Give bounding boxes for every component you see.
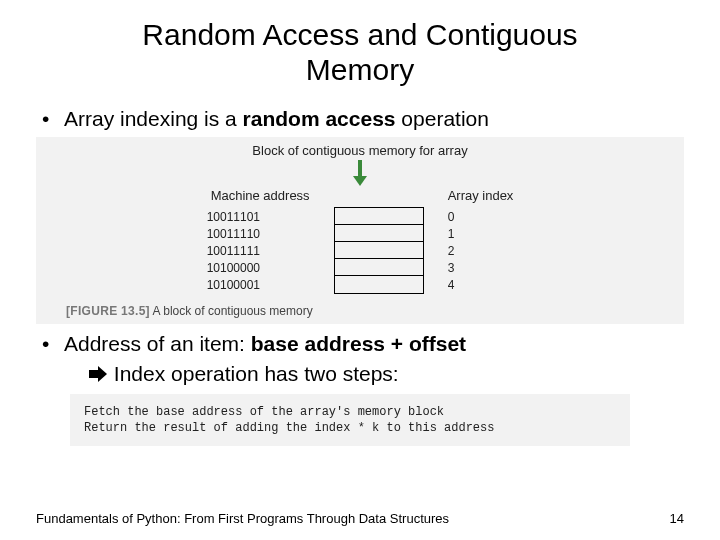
figure-body: Machine address 10011101 10011110 100111… <box>36 188 684 294</box>
figure-arrow-row <box>36 160 684 186</box>
idx-1: 1 <box>448 226 514 243</box>
bullet-2-pre: Address of an item: <box>64 332 251 355</box>
figure-13-5: Block of contiguous memory for array Mac… <box>36 137 684 324</box>
bullet-list-2: Address of an item: base address + offse… <box>36 332 684 356</box>
right-arrow-icon <box>88 365 108 383</box>
figure-top-label: Block of contiguous memory for array <box>36 143 684 158</box>
bullet-list: Array indexing is a random access operat… <box>36 107 684 131</box>
footer-page-number: 14 <box>670 511 684 526</box>
code-line-1: Fetch the base address of the array's me… <box>84 404 616 420</box>
footer-source: Fundamentals of Python: From First Progr… <box>36 511 449 526</box>
addr-list: 10011101 10011110 10011111 10100000 1010… <box>207 209 310 294</box>
idx-header: Array index <box>448 188 514 203</box>
idx-4: 4 <box>448 277 514 294</box>
title-line-2: Memory <box>306 53 414 86</box>
title-line-1: Random Access and Contiguous <box>142 18 577 51</box>
addr-4: 10100001 <box>207 277 310 294</box>
slide: Random Access and Contiguous Memory Arra… <box>0 0 720 540</box>
memory-cell <box>335 242 423 259</box>
machine-address-column: Machine address 10011101 10011110 100111… <box>207 188 310 294</box>
idx-0: 0 <box>448 209 514 226</box>
memory-block-column <box>334 188 424 294</box>
code-block: Fetch the base address of the array's me… <box>70 394 630 446</box>
slide-footer: Fundamentals of Python: From First Progr… <box>36 511 684 526</box>
bullet-1-bold: random access <box>243 107 396 130</box>
bullet-2: Address of an item: base address + offse… <box>36 332 684 356</box>
bullet-1: Array indexing is a random access operat… <box>36 107 684 131</box>
bullet-2-bold: base address + offset <box>251 332 466 355</box>
array-index-column: Array index 0 1 2 3 4 <box>448 188 514 294</box>
memory-cell <box>335 225 423 242</box>
idx-2: 2 <box>448 243 514 260</box>
addr-3: 10100000 <box>207 260 310 277</box>
memory-cell <box>335 276 423 293</box>
sub-bullet-text: Index operation has two steps: <box>108 362 399 385</box>
figure-caption-tag: [FIGURE 13.5] <box>66 304 150 318</box>
memory-cell <box>335 208 423 225</box>
addr-0: 10011101 <box>207 209 310 226</box>
sub-bullet: Index operation has two steps: <box>36 362 684 386</box>
addr-1: 10011110 <box>207 226 310 243</box>
addr-2: 10011111 <box>207 243 310 260</box>
figure-caption-text: A block of contiguous memory <box>150 304 313 318</box>
idx-list: 0 1 2 3 4 <box>448 209 514 294</box>
down-arrow-icon <box>353 160 367 186</box>
memory-cell <box>335 259 423 276</box>
bullet-1-post: operation <box>396 107 489 130</box>
slide-title: Random Access and Contiguous Memory <box>36 18 684 87</box>
idx-3: 3 <box>448 260 514 277</box>
memory-cells <box>334 207 424 294</box>
addr-header: Machine address <box>207 188 310 203</box>
bullet-1-pre: Array indexing is a <box>64 107 243 130</box>
code-line-2: Return the result of adding the index * … <box>84 420 616 436</box>
figure-caption: [FIGURE 13.5] A block of contiguous memo… <box>36 294 684 322</box>
